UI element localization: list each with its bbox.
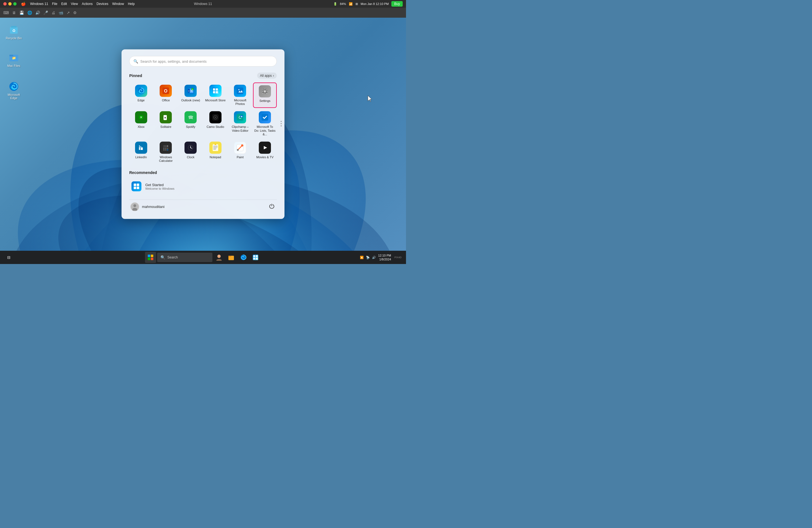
app-item-notepad[interactable]: Notepad [204,140,227,165]
task-view-button[interactable]: ⊟ [3,252,14,263]
share-icon: ↗ [67,11,70,15]
menu-devices[interactable]: Devices [97,2,108,6]
clipchamp-label: Clipchamp – Video Editor [230,125,251,132]
network-icon: 🌐 [27,11,32,15]
svg-rect-68 [163,148,164,149]
todo-label: Microsoft To Do: Lists, Tasks &... [254,125,276,136]
close-button[interactable] [3,2,6,5]
mic-icon: 🎤 [43,11,48,15]
xbox-icon: ✕ [135,111,147,123]
disk-icon: 💾 [19,11,24,15]
svg-text:📁: 📁 [12,56,16,60]
power-button[interactable] [268,202,276,211]
clock-label: Clock [187,156,194,159]
app-item-edge[interactable]: Edge [129,83,153,108]
svg-rect-88 [237,149,238,151]
desktop: ♻ Recycle Bin 📁 Mac Files Microsoft Edge [0,18,406,251]
svg-point-31 [238,89,240,90]
user-info[interactable]: mahmouditani [130,202,164,211]
menu-view[interactable]: View [71,2,78,6]
taskbar-expand-icon[interactable]: 🔼 [360,256,364,259]
minimize-button[interactable] [8,2,12,5]
print-icon: 🖨 [52,11,55,15]
svg-rect-84 [215,144,216,145]
app-item-spotify[interactable]: Spotify [179,109,202,138]
control-center-icon: ⊞ [356,2,358,6]
svg-point-78 [190,147,191,148]
taskbar-search[interactable]: 🔍 Search [157,253,213,262]
svg-rect-81 [213,147,218,147]
svg-point-96 [133,204,136,207]
recycle-bin-label: Recycle Bin [6,36,22,40]
recycle-bin-icon: ♻ [8,24,19,35]
svg-point-86 [241,144,243,147]
menu-file[interactable]: File [52,2,57,6]
svg-text:O: O [164,89,168,93]
scroll-dot-1 [280,121,282,122]
recommended-item-get-started[interactable]: Get Started Welcome to Windows [129,179,277,194]
app-item-clock[interactable]: Clock [179,140,202,165]
app-item-office[interactable]: O Office [154,83,178,108]
menu-edit[interactable]: Edit [61,2,67,6]
battery-percent: 84% [340,2,346,5]
app-item-clipchamp[interactable]: C ▶ Clipchamp – Video Editor [228,109,252,138]
svg-rect-35 [265,93,265,94]
menu-help[interactable]: Help [128,2,135,6]
mac-menu: Windows 11 File Edit View Actions Device… [30,2,135,6]
desktop-icon-recycle-bin[interactable]: ♻ Recycle Bin [3,23,25,41]
taskbar-time[interactable]: 12:10 PM 1/8/2024 [378,253,391,262]
menu-window[interactable]: Window [112,2,124,6]
start-button[interactable] [145,252,156,263]
wincalc-label: Windows Calculator [155,156,177,163]
linkedin-icon: in [135,142,147,154]
svg-rect-60 [139,147,140,150]
taskbar-avatar1[interactable] [214,252,224,263]
svg-rect-73 [167,149,168,150]
desktop-icon-mac-files[interactable]: 📁 Mac Files [3,51,25,69]
menu-app-name[interactable]: Windows 11 [30,2,48,6]
app-item-photos[interactable]: Microsoft Photos [228,83,252,108]
edge-desktop-icon [8,81,19,92]
taskbar-explorer[interactable] [226,252,237,263]
mac-titlebar-right: 🔋 84% 📶 ⊞ Mon Jan 8 12:10 PM Buy [333,1,403,6]
buy-button[interactable]: Buy [391,1,403,6]
apple-icon[interactable]: 🍎 [21,2,26,6]
camera-icon: 📹 [59,11,63,15]
solitaire-label: Solitaire [160,125,172,129]
app-item-paint[interactable]: Paint [228,140,252,165]
app-item-wincalc[interactable]: 8 Windows Calculator [154,140,178,165]
app-item-movies[interactable]: Movies & TV [253,140,277,165]
app-item-linkedin[interactable]: in LinkedIn [129,140,153,165]
svg-rect-82 [213,148,217,149]
app-item-settings[interactable]: Settings [253,83,277,108]
desktop-icon-edge[interactable]: Microsoft Edge [3,80,25,101]
start-menu: 🔍 Search for apps, settings, and documen… [121,49,285,219]
svg-rect-80 [213,146,218,146]
wincalc-icon: 8 [160,142,172,154]
paint-icon [234,142,246,154]
edge-desktop-label: Microsoft Edge [4,93,24,100]
mac-toolbar: ⌨ 🖥 💾 🌐 🔊 🎤 🖨 📹 ↗ ⚙ [0,8,406,18]
menu-actions[interactable]: Actions [82,2,92,6]
app-item-camo[interactable]: Camo Studio [204,109,227,138]
app-item-todo[interactable]: Microsoft To Do: Lists, Tasks &... [253,109,277,138]
start-search-bar[interactable]: 🔍 Search for apps, settings, and documen… [129,56,277,67]
taskbar-edge[interactable] [238,252,249,263]
maximize-button[interactable] [13,2,17,5]
app-item-solitaire[interactable]: ♠ Solitaire [154,109,178,138]
search-icon: 🔍 [133,59,138,63]
movies-label: Movies & TV [256,156,273,159]
app-item-outlook[interactable]: ✉ O N Outlook (new) [179,83,202,108]
cursor [367,95,373,103]
taskbar-right: 🔼 📡 🔊 12:10 PM 1/8/2024 PIX4D [360,253,403,262]
all-apps-button[interactable]: All apps › [257,73,277,79]
app-item-xbox[interactable]: ✕ Xbox [129,109,153,138]
photos-icon [234,85,246,97]
pinned-label: Pinned [129,73,142,78]
recommended-section: Recommended Get Started Welcome to Windo… [129,171,277,194]
taskbar-store[interactable] [250,252,261,263]
pinned-section-header: Pinned All apps › [129,73,277,79]
svg-rect-29 [216,91,218,93]
app-item-store[interactable]: Microsoft Store [204,83,227,108]
scroll-dot-3 [280,126,282,127]
